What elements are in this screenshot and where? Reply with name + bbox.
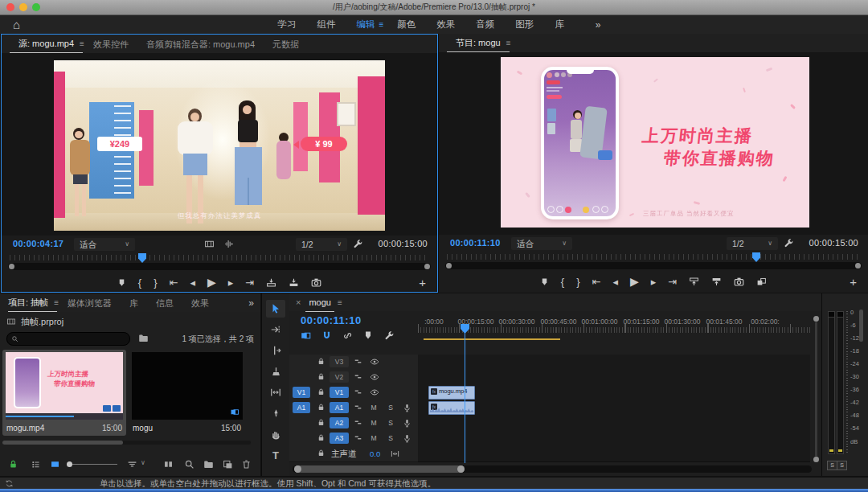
scrollbar-handle-left[interactable] — [446, 263, 452, 269]
tab-media-browser[interactable]: 媒体浏览器 — [59, 294, 121, 312]
go-to-out-icon[interactable]: ⇥ — [245, 277, 254, 288]
mark-in-icon[interactable]: { — [561, 277, 564, 287]
lock-icon[interactable] — [317, 403, 326, 412]
project-scrollbar-handle[interactable] — [2, 441, 123, 445]
tab-effects[interactable]: 效果 — [182, 294, 218, 312]
sort-icon[interactable] — [127, 459, 137, 469]
program-fit-dropdown[interactable]: 适合 ∨ — [511, 237, 572, 250]
scrollbar-handle-right[interactable] — [855, 263, 861, 269]
track-lane-a1[interactable] — [418, 400, 810, 416]
timeline-h-scrollbar[interactable] — [293, 465, 812, 473]
program-zoom-scrollbar[interactable] — [445, 262, 862, 269]
source-zoom-scrollbar[interactable] — [8, 263, 431, 270]
timeline-ruler[interactable]: :00:00 00:00:15:00 00:00:30:00 00:00:45:… — [418, 313, 810, 340]
timeline-playhead-line[interactable] — [465, 332, 465, 463]
track-lane-v1[interactable] — [418, 385, 810, 401]
thumbnail-zoom-slider[interactable] — [68, 464, 117, 465]
scrollbar-handle-right[interactable] — [424, 264, 430, 269]
source-resolution-dropdown[interactable]: 1/2 ∨ — [296, 238, 347, 251]
source-timecode[interactable]: 00:00:04:17 — [13, 239, 63, 248]
solo-button[interactable]: S — [385, 433, 396, 444]
ripple-edit-tool[interactable] — [266, 342, 285, 359]
type-tool[interactable]: T — [266, 446, 285, 464]
program-timecode[interactable]: 00:00:11:10 — [450, 238, 501, 248]
source-fit-dropdown[interactable]: 适合 ∨ — [74, 238, 135, 251]
workspace-overflow-icon[interactable]: » — [596, 19, 601, 31]
lock-icon[interactable] — [317, 433, 326, 442]
tab-program[interactable]: 节目: mogu — [447, 34, 510, 52]
workspace-tab-libraries[interactable]: 库 — [544, 15, 575, 34]
program-resolution-dropdown[interactable]: 1/2 ∨ — [727, 237, 778, 250]
sync-status-icon[interactable] — [5, 479, 14, 488]
meter-scrollbar-handle[interactable] — [859, 310, 863, 342]
find-icon[interactable] — [184, 459, 194, 469]
voiceover-mic-icon[interactable] — [403, 403, 411, 412]
lock-icon[interactable] — [317, 372, 326, 381]
toggle-track-output-icon[interactable] — [370, 372, 379, 382]
mute-button[interactable]: M — [368, 403, 379, 413]
project-item-mogu-sequence[interactable]: mogu 15:00 — [130, 350, 249, 436]
slider-knob[interactable] — [67, 461, 72, 467]
icon-view-icon[interactable] — [50, 459, 60, 469]
tab-audio-clip-mixer[interactable]: 音频剪辑混合器: mogu.mp4 — [137, 35, 264, 53]
pen-tool[interactable] — [266, 404, 285, 422]
track-select-forward-tool[interactable] — [266, 321, 285, 338]
razor-tool[interactable] — [266, 363, 285, 380]
go-to-out-icon[interactable]: ⇥ — [668, 277, 677, 287]
sync-lock-icon[interactable] — [354, 433, 362, 442]
program-scrubber[interactable] — [439, 252, 868, 270]
track-lane-v3[interactable] — [418, 355, 810, 371]
sync-lock-icon[interactable] — [354, 403, 362, 412]
solo-right-button[interactable]: S — [837, 461, 847, 470]
source-playhead[interactable] — [138, 253, 146, 263]
drag-video-icon[interactable] — [204, 239, 215, 249]
add-marker-icon[interactable] — [117, 278, 126, 287]
mark-out-icon[interactable]: } — [576, 277, 579, 287]
delete-icon[interactable] — [241, 459, 252, 469]
tab-info[interactable]: 信息 — [147, 294, 182, 312]
mute-button[interactable]: M — [368, 433, 379, 444]
go-to-in-icon[interactable]: ⇤ — [170, 277, 178, 288]
panel-menu-icon[interactable]: ≡ — [506, 39, 511, 47]
workspace-tab-graphics[interactable]: 图形 — [505, 15, 544, 34]
button-editor-icon[interactable]: + — [419, 276, 426, 289]
extract-icon[interactable] — [711, 277, 722, 287]
track-lane-a2[interactable] — [418, 416, 810, 432]
solo-button[interactable]: S — [385, 418, 396, 428]
nest-toggle-icon[interactable] — [301, 330, 311, 341]
mark-in-icon[interactable]: { — [138, 277, 141, 288]
track-target-a1[interactable]: A1 — [330, 402, 349, 413]
scrollbar-handle-top[interactable] — [813, 316, 819, 322]
lift-icon[interactable] — [689, 277, 699, 287]
project-item-mogu-mp4[interactable]: 上万时尚主播 带你直播购物 mogu.mp4 15:00 — [2, 350, 126, 436]
timeline-clip-video[interactable]: fx mogu.mp4 — [428, 386, 475, 400]
export-frame-icon[interactable] — [734, 277, 744, 287]
toggle-track-output-icon[interactable] — [370, 357, 379, 367]
tab-effect-controls[interactable]: 效果控件 — [84, 35, 137, 53]
sync-lock-icon[interactable] — [354, 357, 362, 366]
lock-icon[interactable] — [317, 418, 326, 427]
step-back-icon[interactable]: ◂ — [612, 277, 618, 287]
linked-selection-icon[interactable] — [342, 330, 353, 341]
new-item-icon[interactable] — [223, 459, 233, 469]
step-forward-icon[interactable]: ▸ — [651, 277, 657, 287]
master-level-value[interactable]: 0.0 — [370, 446, 380, 461]
panel-overflow-icon[interactable]: » — [248, 297, 254, 309]
toggle-track-output-icon[interactable] — [370, 387, 379, 397]
timeline-h-scrollbar-bar[interactable] — [294, 465, 465, 473]
track-lane-v2[interactable] — [418, 370, 810, 386]
search-input[interactable] — [6, 332, 130, 346]
add-marker-icon[interactable] — [363, 330, 373, 340]
scrollbar-handle-left[interactable] — [294, 465, 301, 473]
track-target-v2[interactable]: V2 — [330, 371, 349, 383]
step-forward-icon[interactable]: ▸ — [228, 277, 234, 288]
add-marker-icon[interactable] — [540, 277, 549, 286]
panel-menu-icon[interactable]: ≡ — [338, 298, 342, 307]
close-tab-icon[interactable]: × — [296, 297, 301, 307]
chevron-down-icon[interactable]: ∨ — [141, 459, 145, 466]
tab-libraries[interactable]: 库 — [121, 294, 147, 312]
lock-icon[interactable] — [317, 387, 326, 396]
workspace-tab-learning[interactable]: 学习 — [267, 15, 306, 34]
source-scrubber[interactable] — [2, 253, 437, 271]
track-target-v3[interactable]: V3 — [330, 356, 349, 367]
